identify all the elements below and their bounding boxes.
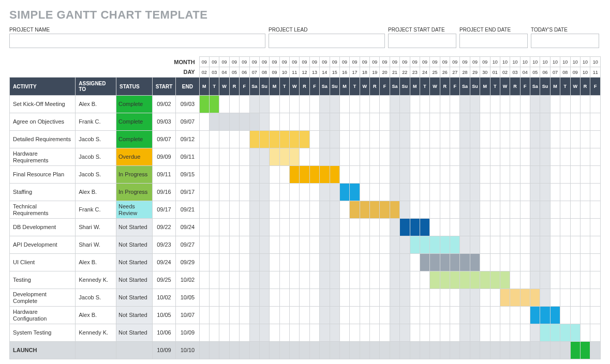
cell-status[interactable]: In Progress — [116, 166, 153, 184]
cell-assigned[interactable]: Jacob S. — [76, 166, 116, 184]
gantt-cell — [450, 324, 460, 342]
input-start-date[interactable] — [388, 34, 456, 48]
cell-activity[interactable]: Final Resource Plan — [10, 166, 76, 184]
gantt-cell — [580, 289, 590, 307]
input-project-lead[interactable] — [269, 34, 385, 48]
cell-activity[interactable]: LAUNCH — [10, 342, 76, 359]
cell-end[interactable]: 10/07 — [176, 307, 199, 324]
gantt-cell — [590, 96, 601, 113]
gantt-cell — [219, 342, 229, 359]
cell-assigned[interactable]: Jacob S. — [76, 131, 116, 148]
input-today[interactable] — [531, 34, 599, 48]
cell-start[interactable]: 09/22 — [152, 219, 175, 236]
input-end-date[interactable] — [459, 34, 528, 48]
cell-end[interactable]: 09/29 — [176, 254, 199, 271]
cell-activity[interactable]: API Development — [10, 236, 76, 254]
cell-end[interactable]: 10/10 — [176, 342, 199, 359]
cell-activity[interactable]: UI Client — [10, 254, 76, 271]
cell-end[interactable]: 09/07 — [176, 113, 199, 131]
cell-status[interactable]: Complete — [116, 113, 153, 131]
cell-status[interactable]: In Progress — [116, 184, 153, 201]
cell-start[interactable]: 09/07 — [152, 131, 175, 148]
gantt-cell — [430, 271, 440, 289]
cell-status[interactable]: Not Started — [116, 254, 153, 271]
cell-end[interactable]: 09/21 — [176, 201, 199, 219]
cell-status[interactable]: Complete — [116, 131, 153, 148]
cell-status[interactable]: Not Started — [116, 219, 153, 236]
cell-end[interactable]: 09/17 — [176, 184, 199, 201]
cell-activity[interactable]: System Testing — [10, 324, 76, 342]
cell-start[interactable]: 09/17 — [152, 201, 175, 219]
cell-end[interactable]: 09/12 — [176, 131, 199, 148]
cell-status[interactable] — [116, 342, 153, 359]
gantt-cell — [590, 131, 601, 148]
cell-assigned[interactable]: Kennedy K. — [76, 324, 116, 342]
cell-assigned[interactable]: Jacob S. — [76, 148, 116, 166]
cell-start[interactable]: 10/05 — [152, 307, 175, 324]
cell-end[interactable]: 09/27 — [176, 236, 199, 254]
cell-assigned[interactable]: Frank C. — [76, 201, 116, 219]
cell-end[interactable]: 09/03 — [176, 96, 199, 113]
cell-activity[interactable]: Agree on Objectives — [10, 113, 76, 131]
cell-activity[interactable]: Testing — [10, 271, 76, 289]
cell-assigned[interactable]: Alex B. — [76, 96, 116, 113]
cell-activity[interactable]: DB Development — [10, 219, 76, 236]
cell-status[interactable]: Not Started — [116, 289, 153, 307]
cell-activity[interactable]: Development Complete — [10, 289, 76, 307]
cell-activity[interactable]: Staffing — [10, 184, 76, 201]
gantt-cell — [580, 166, 590, 184]
input-project-name[interactable] — [9, 34, 265, 48]
cell-start[interactable]: 10/02 — [152, 289, 175, 307]
gantt-cell — [330, 113, 339, 131]
gantt-cell — [550, 113, 560, 131]
cell-assigned[interactable]: Shari W. — [76, 219, 116, 236]
gantt-cell — [390, 271, 399, 289]
cell-status[interactable]: Not Started — [116, 236, 153, 254]
cell-assigned[interactable] — [76, 342, 116, 359]
day-cell: 20 — [380, 67, 390, 78]
cell-status[interactable]: Overdue — [116, 148, 153, 166]
cell-assigned[interactable]: Frank C. — [76, 113, 116, 131]
cell-activity[interactable]: Hardware Configuration — [10, 307, 76, 324]
cell-activity[interactable]: Detailed Requirements — [10, 131, 76, 148]
cell-assigned[interactable]: Jacob S. — [76, 289, 116, 307]
gantt-cell — [540, 131, 550, 148]
cell-start[interactable]: 09/03 — [152, 113, 175, 131]
cell-status[interactable]: Not Started — [116, 271, 153, 289]
cell-status[interactable]: Complete — [116, 96, 153, 113]
cell-end[interactable]: 09/15 — [176, 166, 199, 184]
cell-activity[interactable]: Technical Requirements — [10, 201, 76, 219]
gantt-cell — [240, 324, 249, 342]
cell-start[interactable]: 09/23 — [152, 236, 175, 254]
cell-assigned[interactable]: Alex B. — [76, 184, 116, 201]
gantt-cell — [450, 289, 460, 307]
cell-start[interactable]: 09/09 — [152, 148, 175, 166]
cell-end[interactable]: 10/02 — [176, 271, 199, 289]
cell-assigned[interactable]: Alex B. — [76, 254, 116, 271]
cell-start[interactable]: 09/24 — [152, 254, 175, 271]
cell-assigned[interactable]: Kennedy K. — [76, 271, 116, 289]
cell-status[interactable]: Needs Review — [116, 201, 153, 219]
cell-start[interactable]: 10/09 — [152, 342, 175, 359]
cell-start[interactable]: 09/16 — [152, 184, 175, 201]
cell-end[interactable]: 10/05 — [176, 289, 199, 307]
cell-activity[interactable]: Hardware Requirements — [10, 148, 76, 166]
cell-start[interactable]: 09/25 — [152, 271, 175, 289]
cell-start[interactable]: 09/11 — [152, 166, 175, 184]
cell-status[interactable]: Not Started — [116, 324, 153, 342]
cell-status[interactable]: Not Started — [116, 307, 153, 324]
cell-activity[interactable]: Set Kick-Off Meeting — [10, 96, 76, 113]
cell-end[interactable]: 09/11 — [176, 148, 199, 166]
gantt-cell — [330, 131, 339, 148]
gantt-cell — [560, 236, 570, 254]
cell-assigned[interactable]: Shari W. — [76, 236, 116, 254]
gantt-cell — [410, 289, 420, 307]
gantt-cell — [490, 307, 500, 324]
cell-end[interactable]: 09/24 — [176, 219, 199, 236]
cell-end[interactable]: 10/09 — [176, 324, 199, 342]
cell-start[interactable]: 10/06 — [152, 324, 175, 342]
gantt-cell — [570, 113, 580, 131]
gantt-cell — [360, 96, 369, 113]
cell-start[interactable]: 09/02 — [152, 96, 175, 113]
cell-assigned[interactable]: Alex B. — [76, 307, 116, 324]
